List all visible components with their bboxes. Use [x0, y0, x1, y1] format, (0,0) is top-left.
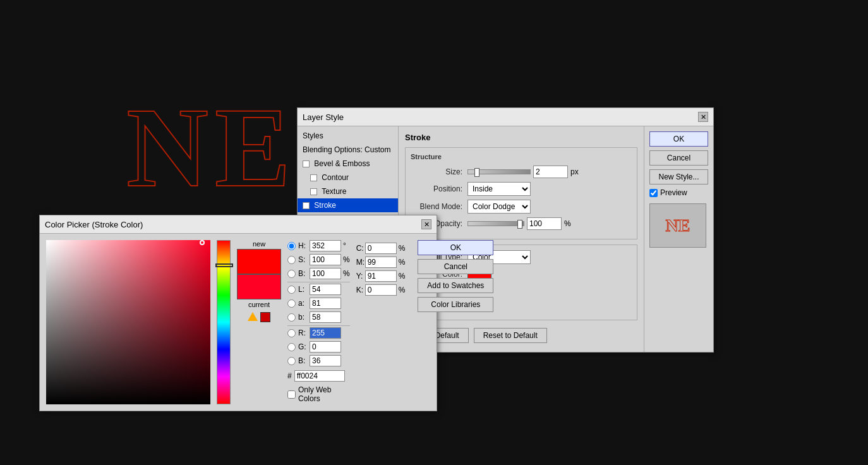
color-picker-buttons: OK Cancel Add to Swatches Color Librarie… — [411, 240, 493, 404]
ok-button[interactable]: OK — [649, 131, 708, 147]
blend-mode-label: Blend Mode: — [411, 202, 467, 211]
hex-input[interactable] — [294, 370, 345, 382]
add-to-swatches-button[interactable]: Add to Swatches — [418, 278, 493, 293]
color-picker-title: Color Picker (Stroke Color) — [45, 220, 143, 229]
style-item-styles[interactable]: Styles — [298, 129, 398, 143]
divider1 — [287, 282, 350, 282]
cp-cancel-button[interactable]: Cancel — [418, 259, 493, 274]
h-unit: ° — [343, 241, 346, 250]
only-web-row: Only Web Colors — [287, 385, 350, 403]
g-radio[interactable] — [287, 343, 296, 351]
size-slider-thumb[interactable] — [474, 168, 479, 177]
m-unit: % — [399, 258, 406, 267]
l-radio[interactable] — [287, 286, 296, 294]
opacity-unit: % — [564, 219, 571, 228]
warn-swatch[interactable] — [260, 312, 270, 322]
texture-checkbox[interactable] — [310, 188, 317, 195]
preview-checkbox[interactable] — [649, 189, 658, 197]
size-slider[interactable] — [467, 169, 531, 174]
style-item-blending[interactable]: Blending Options: Custom — [298, 143, 398, 157]
only-web-checkbox[interactable] — [287, 390, 296, 399]
layer-style-close-btn[interactable]: ✕ — [698, 112, 708, 122]
m-input[interactable] — [365, 257, 397, 268]
color-current-box[interactable] — [237, 274, 281, 299]
position-select[interactable]: Inside — [467, 182, 531, 196]
size-row: Size: px — [411, 166, 632, 178]
c-row: C: % — [356, 243, 406, 254]
color-new-label: new — [237, 240, 281, 248]
l-label: L: — [298, 285, 310, 294]
b-radio[interactable] — [287, 270, 296, 278]
brgb-radio[interactable] — [287, 357, 296, 365]
color-picker-main: new current H: ° — [46, 240, 430, 404]
blend-mode-select[interactable]: Color Dodge — [467, 200, 531, 214]
size-unit: px — [570, 167, 579, 176]
s-unit: % — [343, 255, 350, 264]
r-radio[interactable] — [287, 329, 296, 337]
b-input[interactable] — [310, 268, 341, 279]
color-picker-body: new current H: ° — [40, 234, 437, 411]
contour-checkbox[interactable] — [310, 174, 317, 181]
hex-label: # — [287, 371, 292, 380]
k-input[interactable] — [365, 284, 397, 296]
new-style-button[interactable]: New Style... — [649, 169, 708, 184]
s-label: S: — [298, 255, 310, 264]
h-input[interactable] — [310, 240, 341, 251]
b-label: B: — [298, 269, 310, 278]
blab-label: b: — [298, 313, 310, 322]
brgb-input[interactable] — [310, 355, 341, 366]
l-input[interactable] — [310, 284, 341, 295]
a-radio[interactable] — [287, 299, 296, 308]
r-input[interactable] — [310, 327, 341, 339]
s-radio[interactable] — [287, 256, 296, 264]
preview-box: NE — [649, 203, 706, 248]
y-input[interactable] — [365, 270, 397, 282]
only-web-label: Only Web Colors — [298, 385, 350, 403]
cp-ok-button[interactable]: OK — [418, 240, 493, 255]
style-item-texture[interactable]: Texture — [298, 184, 398, 198]
g-label: G: — [298, 342, 310, 351]
warning-triangle-icon — [248, 312, 258, 321]
a-row: a: — [287, 298, 350, 309]
h-row: H: ° — [287, 240, 350, 251]
color-libraries-button[interactable]: Color Libraries — [418, 297, 493, 312]
stroke-section-title: Stroke — [405, 133, 637, 142]
g-input[interactable] — [310, 341, 341, 353]
hue-slider[interactable] — [217, 240, 231, 404]
bevel-checkbox[interactable] — [303, 160, 310, 167]
size-input[interactable] — [533, 166, 568, 178]
blab-input[interactable] — [310, 311, 341, 323]
brgb-label: B: — [298, 356, 310, 365]
b-row: B: % — [287, 268, 350, 279]
opacity-slider[interactable] — [467, 221, 524, 226]
s-input[interactable] — [310, 254, 341, 265]
hue-thumb[interactable] — [215, 263, 233, 267]
blend-mode-row: Blend Mode: Color Dodge — [411, 200, 632, 214]
opacity-input[interactable] — [527, 217, 562, 230]
blab-radio[interactable] — [287, 313, 296, 322]
style-item-bevel[interactable]: Bevel & Emboss — [298, 157, 398, 171]
stroke-checkbox[interactable] — [303, 202, 310, 209]
color-picker-dialog: Color Picker (Stroke Color) ✕ new curren… — [39, 215, 437, 411]
style-item-stroke[interactable]: Stroke — [298, 198, 398, 212]
s-row: S: % — [287, 254, 350, 265]
color-picker-close-btn[interactable]: ✕ — [421, 219, 431, 229]
cancel-button[interactable]: Cancel — [649, 150, 708, 166]
style-item-contour[interactable]: Contour — [298, 171, 398, 184]
color-new-box[interactable] — [237, 249, 281, 274]
structure-group: Structure Size: px Position: Inside — [405, 147, 637, 239]
c-unit: % — [399, 244, 406, 253]
blab-row: b: — [287, 311, 350, 323]
size-label: Size: — [411, 167, 467, 176]
a-input[interactable] — [310, 298, 341, 309]
right-panel: OK Cancel New Style... Preview NE — [644, 126, 713, 352]
color-fields: H: ° S: % B: % — [287, 240, 350, 404]
preview-label: Preview — [660, 188, 687, 197]
h-radio[interactable] — [287, 242, 296, 250]
m-label: M: — [356, 258, 365, 267]
structure-group-title: Structure — [411, 153, 632, 160]
c-input[interactable] — [365, 243, 397, 254]
sb-square[interactable] — [46, 240, 210, 404]
opacity-thumb[interactable] — [517, 220, 522, 229]
opacity-row: Opacity: % — [411, 217, 632, 230]
